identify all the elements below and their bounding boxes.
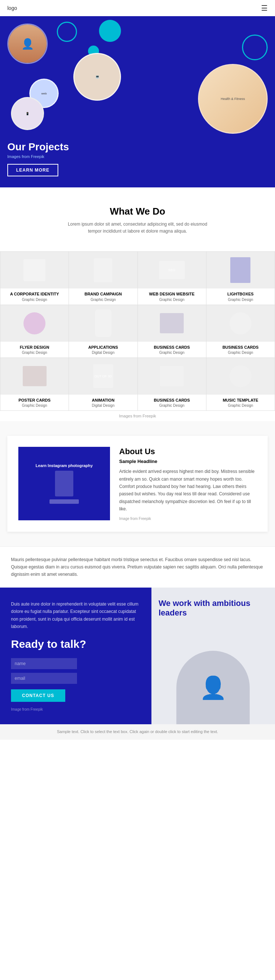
project-title-2: BRAND CAMPAIGN bbox=[71, 291, 135, 296]
cta-right: We work with ambitious leaders 👤 bbox=[152, 587, 275, 725]
project-img-12 bbox=[206, 358, 275, 395]
project-item-9[interactable]: POSTER CARDS Graphic Design bbox=[0, 358, 69, 410]
project-title-11: BUSINESS CARDS bbox=[140, 398, 204, 403]
project-img-10: OUT OF 3D bbox=[69, 358, 137, 395]
project-img-6 bbox=[69, 305, 137, 342]
cta-name-input[interactable] bbox=[11, 658, 77, 669]
project-subtitle-7: Graphic Design bbox=[138, 350, 206, 355]
header: logo ☰ bbox=[0, 0, 275, 16]
project-title-4: LIGHTBOXES bbox=[208, 291, 273, 296]
project-item-6[interactable]: APPLICATIONS Digital Design bbox=[69, 305, 137, 358]
project-title-6: APPLICATIONS bbox=[71, 345, 135, 350]
project-item-10[interactable]: OUT OF 3D ANIMATION Digital Design bbox=[69, 358, 137, 410]
cta-section: Duis aute irure dolor in reprehenderit i… bbox=[0, 587, 275, 725]
cta-intro: Duis aute irure dolor in reprehenderit i… bbox=[11, 600, 141, 630]
hero-visual: 👤 web 📱 💻 Health & Fitness bbox=[0, 16, 275, 141]
project-img-8 bbox=[206, 305, 275, 342]
project-item-7[interactable]: BUSINESS CARDS Graphic Design bbox=[138, 305, 206, 358]
project-item-3[interactable]: SEO WEB DESIGN WEBSITE Graphic Design bbox=[138, 252, 206, 304]
project-subtitle-8: Graphic Design bbox=[206, 350, 275, 355]
project-img-5 bbox=[0, 305, 69, 342]
about-image-credit: Image from Freepik bbox=[119, 517, 257, 521]
hero-laptop-img: 💻 bbox=[74, 54, 120, 100]
project-title-7: BUSINESS CARDS bbox=[140, 345, 204, 350]
deco-circle-2 bbox=[99, 20, 121, 42]
learn-more-button[interactable]: LEARN MORE bbox=[7, 164, 58, 177]
project-item-12[interactable]: MUSIC TEMPLATE Graphic Design bbox=[206, 358, 275, 410]
project-img-2 bbox=[69, 252, 137, 288]
project-img-7 bbox=[138, 305, 206, 342]
project-title-3: WEB DESIGN WEBSITE bbox=[140, 291, 204, 296]
what-we-do-section: What We Do Lorem ipsum dolor sit amet, c… bbox=[0, 188, 275, 251]
hero-bottom: Our Projects Images from Freepik LEARN M… bbox=[0, 141, 275, 188]
project-title-12: MUSIC TEMPLATE bbox=[208, 398, 273, 403]
about-inner: Learn Instagram photography About Us Sam… bbox=[7, 436, 268, 531]
what-we-do-description: Lorem ipsum dolor sit amet, consectetur … bbox=[64, 221, 211, 235]
project-img-1 bbox=[0, 252, 69, 288]
about-image: Learn Instagram photography bbox=[18, 447, 110, 520]
project-item-4[interactable]: LIGHTBOXES Graphic Design bbox=[206, 252, 275, 304]
project-subtitle-5: Graphic Design bbox=[0, 350, 69, 355]
cta-image-credit: Image from Freepik bbox=[11, 707, 141, 711]
project-img-3: SEO bbox=[138, 252, 206, 288]
project-subtitle-11: Graphic Design bbox=[138, 404, 206, 407]
about-body: Article evident arrived express highest … bbox=[119, 468, 257, 512]
hero-phone-img: 📱 bbox=[12, 98, 43, 129]
grid-images-credit: Images from Freepik bbox=[0, 411, 275, 421]
hero-phone-circle: 📱 bbox=[11, 97, 44, 130]
project-title-8: BUSINESS CARDS bbox=[208, 345, 273, 350]
footer: Sample text. Click to select the text bo… bbox=[0, 724, 275, 740]
cta-right-heading: We work with ambitious leaders bbox=[159, 598, 268, 618]
project-title-10: ANIMATION bbox=[71, 398, 135, 403]
cta-right-text: We work with ambitious leaders bbox=[159, 598, 268, 618]
footer-text: Sample text. Click to select the text bo… bbox=[5, 729, 270, 735]
project-subtitle-9: Graphic Design bbox=[0, 404, 69, 407]
project-item-5[interactable]: FLYER DESIGN Graphic Design bbox=[0, 305, 69, 358]
project-item-11[interactable]: BUSINESS CARDS Graphic Design bbox=[138, 358, 206, 410]
cta-person-image: 👤 bbox=[176, 651, 250, 724]
hero-laptop-circle: 💻 bbox=[73, 53, 121, 101]
person-silhouette: 👤 bbox=[8, 25, 47, 63]
cta-email-input[interactable] bbox=[11, 673, 77, 684]
project-subtitle-3: Graphic Design bbox=[138, 298, 206, 302]
hero-studio-img: Health & Fitness bbox=[199, 65, 267, 133]
project-title-9: POSTER CARDS bbox=[2, 398, 67, 403]
project-subtitle-4: Graphic Design bbox=[206, 298, 275, 302]
project-subtitle-6: Digital Design bbox=[69, 350, 137, 355]
project-subtitle-12: Graphic Design bbox=[206, 404, 275, 407]
project-item-8[interactable]: BUSINESS CARDS Graphic Design bbox=[206, 305, 275, 358]
project-title-1: A CORPORATE IDENTITY bbox=[2, 291, 67, 296]
projects-grid: A CORPORATE IDENTITY Graphic Design BRAN… bbox=[0, 251, 275, 411]
contact-us-button[interactable]: CONTACT US bbox=[11, 689, 65, 702]
hamburger-menu-icon[interactable]: ☰ bbox=[261, 4, 268, 13]
logo: logo bbox=[7, 5, 17, 11]
paragraph-section: Mauris pellentesque pulvinar pellentesqu… bbox=[0, 546, 275, 587]
project-subtitle-1: Graphic Design bbox=[0, 298, 69, 302]
project-img-9 bbox=[0, 358, 69, 395]
hero-section: 👤 web 📱 💻 Health & Fitness Our Projects … bbox=[0, 16, 275, 188]
project-item-1[interactable]: A CORPORATE IDENTITY Graphic Design bbox=[0, 252, 69, 304]
about-text: About Us Sample Headline Article evident… bbox=[119, 447, 257, 520]
project-img-4 bbox=[206, 252, 275, 288]
cta-heading: Ready to talk? bbox=[11, 638, 141, 651]
paragraph-text: Mauris pellentesque pulvinar pellentesqu… bbox=[11, 556, 264, 578]
project-subtitle-2: Graphic Design bbox=[69, 298, 137, 302]
project-item-2[interactable]: BRAND CAMPAIGN Graphic Design bbox=[69, 252, 137, 304]
what-we-do-title: What We Do bbox=[7, 206, 268, 217]
about-section: Learn Instagram photography About Us Sam… bbox=[0, 421, 275, 546]
about-headline: Sample Headline bbox=[119, 458, 257, 464]
hero-image-credit: Images from Freepik bbox=[7, 154, 268, 159]
about-title: About Us bbox=[119, 447, 257, 457]
hero-person-circle: 👤 bbox=[7, 24, 47, 64]
project-img-11 bbox=[138, 358, 206, 395]
deco-circle-3 bbox=[242, 35, 268, 60]
project-title-5: FLYER DESIGN bbox=[2, 345, 67, 350]
cta-left: Duis aute irure dolor in reprehenderit i… bbox=[0, 587, 152, 725]
deco-circle-1 bbox=[57, 22, 77, 42]
hero-title: Our Projects bbox=[7, 141, 268, 153]
hero-studio-circle: Health & Fitness bbox=[198, 64, 268, 134]
project-subtitle-10: Digital Design bbox=[69, 404, 137, 407]
